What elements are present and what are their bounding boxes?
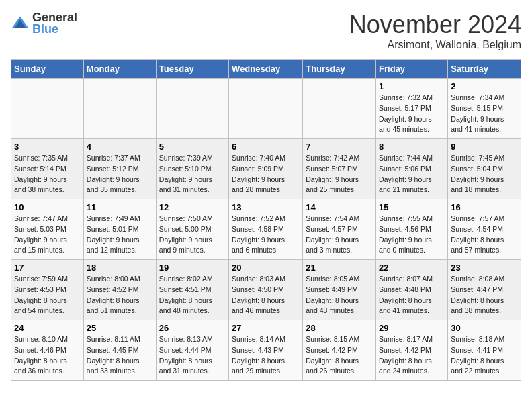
day-info: Sunrise: 8:11 AM Sunset: 4:45 PM Dayligh…	[87, 334, 153, 377]
day-info: Sunrise: 7:44 AM Sunset: 5:06 PM Dayligh…	[379, 153, 445, 195]
day-header-wednesday: Wednesday	[229, 60, 303, 79]
day-number: 3	[14, 142, 81, 152]
day-info: Sunrise: 7:52 AM Sunset: 4:58 PM Dayligh…	[232, 214, 300, 256]
day-cell	[303, 79, 376, 139]
day-cell: 11Sunrise: 7:49 AM Sunset: 5:01 PM Dayli…	[83, 199, 156, 260]
day-info: Sunrise: 8:13 AM Sunset: 4:44 PM Dayligh…	[159, 334, 226, 377]
day-info: Sunrise: 7:59 AM Sunset: 4:53 PM Dayligh…	[14, 274, 81, 316]
day-cell: 16Sunrise: 7:57 AM Sunset: 4:54 PM Dayli…	[448, 199, 521, 260]
day-cell: 5Sunrise: 7:39 AM Sunset: 5:10 PM Daylig…	[156, 139, 228, 199]
day-number: 1	[379, 81, 445, 91]
day-info: Sunrise: 7:34 AM Sunset: 5:15 PM Dayligh…	[451, 93, 518, 135]
day-info: Sunrise: 8:17 AM Sunset: 4:42 PM Dayligh…	[379, 334, 445, 377]
day-number: 12	[159, 202, 226, 212]
day-info: Sunrise: 7:49 AM Sunset: 5:01 PM Dayligh…	[87, 214, 153, 256]
week-row-4: 17Sunrise: 7:59 AM Sunset: 4:53 PM Dayli…	[11, 260, 521, 320]
day-number: 8	[379, 142, 445, 152]
day-cell: 2Sunrise: 7:34 AM Sunset: 5:15 PM Daylig…	[448, 79, 521, 139]
day-info: Sunrise: 8:08 AM Sunset: 4:47 PM Dayligh…	[451, 274, 518, 316]
day-info: Sunrise: 8:15 AM Sunset: 4:42 PM Dayligh…	[306, 334, 373, 377]
day-info: Sunrise: 7:32 AM Sunset: 5:17 PM Dayligh…	[379, 93, 445, 135]
day-cell	[229, 79, 303, 139]
day-info: Sunrise: 7:40 AM Sunset: 5:09 PM Dayligh…	[232, 153, 300, 195]
day-header-sunday: Sunday	[11, 60, 84, 79]
day-cell: 20Sunrise: 8:03 AM Sunset: 4:50 PM Dayli…	[229, 260, 303, 320]
day-info: Sunrise: 7:55 AM Sunset: 4:56 PM Dayligh…	[379, 214, 445, 256]
day-cell: 26Sunrise: 8:13 AM Sunset: 4:44 PM Dayli…	[156, 320, 228, 381]
day-cell: 17Sunrise: 7:59 AM Sunset: 4:53 PM Dayli…	[11, 260, 84, 320]
day-number: 25	[87, 323, 153, 333]
calendar-table: SundayMondayTuesdayWednesdayThursdayFrid…	[11, 59, 521, 381]
day-cell: 28Sunrise: 8:15 AM Sunset: 4:42 PM Dayli…	[303, 320, 376, 381]
day-number: 5	[159, 142, 226, 152]
day-info: Sunrise: 7:47 AM Sunset: 5:03 PM Dayligh…	[14, 214, 81, 256]
logo-icon	[11, 14, 30, 33]
day-number: 20	[232, 263, 300, 273]
day-number: 21	[306, 263, 373, 273]
day-number: 17	[14, 263, 81, 273]
day-cell: 27Sunrise: 8:14 AM Sunset: 4:43 PM Dayli…	[229, 320, 303, 381]
day-number: 4	[87, 142, 153, 152]
day-cell: 24Sunrise: 8:10 AM Sunset: 4:46 PM Dayli…	[11, 320, 84, 381]
day-info: Sunrise: 7:39 AM Sunset: 5:10 PM Dayligh…	[159, 153, 226, 195]
day-cell: 18Sunrise: 8:00 AM Sunset: 4:52 PM Dayli…	[83, 260, 156, 320]
day-number: 30	[451, 323, 518, 333]
day-info: Sunrise: 7:50 AM Sunset: 5:00 PM Dayligh…	[159, 214, 226, 256]
day-number: 2	[451, 81, 518, 91]
day-info: Sunrise: 8:05 AM Sunset: 4:49 PM Dayligh…	[306, 274, 373, 316]
day-cell: 9Sunrise: 7:45 AM Sunset: 5:04 PM Daylig…	[448, 139, 521, 199]
day-number: 7	[306, 142, 373, 152]
day-info: Sunrise: 7:42 AM Sunset: 5:07 PM Dayligh…	[306, 153, 373, 195]
day-cell: 19Sunrise: 8:02 AM Sunset: 4:51 PM Dayli…	[156, 260, 228, 320]
day-cell: 21Sunrise: 8:05 AM Sunset: 4:49 PM Dayli…	[303, 260, 376, 320]
day-info: Sunrise: 8:02 AM Sunset: 4:51 PM Dayligh…	[159, 274, 226, 316]
day-cell: 3Sunrise: 7:35 AM Sunset: 5:14 PM Daylig…	[11, 139, 84, 199]
day-number: 10	[14, 202, 81, 212]
day-number: 24	[14, 323, 81, 333]
day-cell: 4Sunrise: 7:37 AM Sunset: 5:12 PM Daylig…	[83, 139, 156, 199]
day-info: Sunrise: 8:10 AM Sunset: 4:46 PM Dayligh…	[14, 334, 81, 377]
day-info: Sunrise: 7:35 AM Sunset: 5:14 PM Dayligh…	[14, 153, 81, 195]
day-number: 28	[306, 323, 373, 333]
day-cell: 15Sunrise: 7:55 AM Sunset: 4:56 PM Dayli…	[376, 199, 448, 260]
day-number: 14	[306, 202, 373, 212]
day-number: 23	[451, 263, 518, 273]
day-number: 16	[451, 202, 518, 212]
day-number: 22	[379, 263, 445, 273]
day-cell: 13Sunrise: 7:52 AM Sunset: 4:58 PM Dayli…	[229, 199, 303, 260]
week-row-3: 10Sunrise: 7:47 AM Sunset: 5:03 PM Dayli…	[11, 199, 521, 260]
logo: General Blue	[11, 11, 77, 36]
day-info: Sunrise: 7:54 AM Sunset: 4:57 PM Dayligh…	[306, 214, 373, 256]
day-cell	[11, 79, 84, 139]
day-cell: 8Sunrise: 7:44 AM Sunset: 5:06 PM Daylig…	[376, 139, 448, 199]
day-header-saturday: Saturday	[448, 60, 521, 79]
day-info: Sunrise: 8:14 AM Sunset: 4:43 PM Dayligh…	[232, 334, 300, 377]
day-info: Sunrise: 8:00 AM Sunset: 4:52 PM Dayligh…	[87, 274, 153, 316]
title-area: November 2024 Arsimont, Wallonia, Belgiu…	[349, 11, 521, 51]
day-cell: 12Sunrise: 7:50 AM Sunset: 5:00 PM Dayli…	[156, 199, 228, 260]
day-info: Sunrise: 8:18 AM Sunset: 4:41 PM Dayligh…	[451, 334, 518, 377]
day-cell: 7Sunrise: 7:42 AM Sunset: 5:07 PM Daylig…	[303, 139, 376, 199]
day-cell: 1Sunrise: 7:32 AM Sunset: 5:17 PM Daylig…	[376, 79, 448, 139]
day-number: 6	[232, 142, 300, 152]
day-info: Sunrise: 7:37 AM Sunset: 5:12 PM Dayligh…	[87, 153, 153, 195]
day-header-friday: Friday	[376, 60, 448, 79]
day-cell: 10Sunrise: 7:47 AM Sunset: 5:03 PM Dayli…	[11, 199, 84, 260]
location-subtitle: Arsimont, Wallonia, Belgium	[349, 39, 521, 51]
day-info: Sunrise: 8:03 AM Sunset: 4:50 PM Dayligh…	[232, 274, 300, 316]
day-number: 18	[87, 263, 153, 273]
week-row-1: 1Sunrise: 7:32 AM Sunset: 5:17 PM Daylig…	[11, 79, 521, 139]
day-number: 11	[87, 202, 153, 212]
day-cell: 22Sunrise: 8:07 AM Sunset: 4:48 PM Dayli…	[376, 260, 448, 320]
header-row: SundayMondayTuesdayWednesdayThursdayFrid…	[11, 60, 521, 79]
day-number: 26	[159, 323, 226, 333]
day-header-thursday: Thursday	[303, 60, 376, 79]
day-number: 13	[232, 202, 300, 212]
day-cell: 29Sunrise: 8:17 AM Sunset: 4:42 PM Dayli…	[376, 320, 448, 381]
day-number: 29	[379, 323, 445, 333]
day-cell: 6Sunrise: 7:40 AM Sunset: 5:09 PM Daylig…	[229, 139, 303, 199]
day-cell	[156, 79, 228, 139]
day-header-monday: Monday	[83, 60, 156, 79]
day-cell: 14Sunrise: 7:54 AM Sunset: 4:57 PM Dayli…	[303, 199, 376, 260]
week-row-5: 24Sunrise: 8:10 AM Sunset: 4:46 PM Dayli…	[11, 320, 521, 381]
